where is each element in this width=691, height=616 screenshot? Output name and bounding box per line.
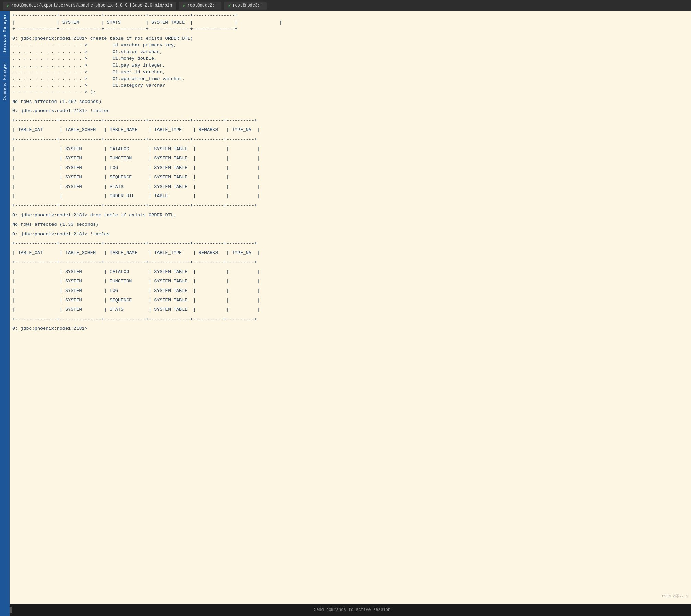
tables-cmd-2: 0: jdbc:phoenix:node1:2181> !tables xyxy=(10,229,691,239)
table1-row-3: | | SYSTEM | LOG | SYSTEM TABLE | | | xyxy=(10,163,691,173)
tab-node2[interactable]: ✔ root@node2:~ xyxy=(179,2,221,10)
table1-divider-top: +---------------+---------------+-------… xyxy=(10,116,691,126)
tab-node1[interactable]: ✔ root@node1:/export/servers/apache-phoe… xyxy=(3,2,176,10)
tab-node3[interactable]: ✔ root@node3:~ xyxy=(224,2,267,10)
send-commands-placeholder[interactable]: Send commands to active session xyxy=(17,607,687,612)
table2-divider-bottom: +---------------+---------------+-------… xyxy=(10,315,691,324)
table1-row-1: | | SYSTEM | CATALOG | SYSTEM TABLE | | … xyxy=(10,144,691,154)
no-rows-1: No rows affected (1.462 seconds) xyxy=(10,97,691,107)
watermark: CSDN @不-2.2 xyxy=(662,594,688,599)
table2-row-4: | | SYSTEM | SEQUENCE | SYSTEM TABLE | |… xyxy=(10,296,691,305)
check-icon-node3: ✔ xyxy=(228,3,231,8)
check-icon-node2: ✔ xyxy=(183,3,185,8)
table1-divider-bottom: +---------------+---------------+-------… xyxy=(10,201,691,211)
table1-header: | TABLE_CAT | TABLE_SCHEM | TABLE_NAME |… xyxy=(10,125,691,135)
terminal: +---------------+---------------+-------… xyxy=(10,11,691,333)
command-manager-label[interactable]: Command Manager xyxy=(3,59,7,103)
table2-row-5: | | SYSTEM | STATS | SYSTEM TABLE | | | xyxy=(10,305,691,315)
check-icon-node1: ✔ xyxy=(7,3,9,8)
left-sidebar: Session Manager Command Manager xyxy=(0,11,10,616)
table2-header: | TABLE_CAT | TABLE_SCHEM | TABLE_NAME |… xyxy=(10,248,691,258)
tab-node3-label: root@node3:~ xyxy=(233,3,262,8)
session-manager-label[interactable]: Session Manager xyxy=(3,11,7,56)
tab-node1-label: root@node1:/export/servers/apache-phoeni… xyxy=(11,3,172,8)
table2-row-3: | | SYSTEM | LOG | SYSTEM TABLE | | | xyxy=(10,286,691,296)
sidebar-divider xyxy=(0,57,10,57)
table1-row-5: | | SYSTEM | STATS | SYSTEM TABLE | | | xyxy=(10,182,691,192)
main-content: +---------------+---------------+-------… xyxy=(10,11,691,616)
table2-row-1: | | SYSTEM | CATALOG | SYSTEM TABLE | | … xyxy=(10,267,691,277)
bottom-bar: × Send commands to active session xyxy=(0,604,691,616)
tables-cmd-1: 0: jdbc:phoenix:node1:2181> !tables xyxy=(10,106,691,116)
pre-table-top: +---------------+---------------+-------… xyxy=(10,11,691,34)
no-rows-2: No rows affected (1.33 seconds) xyxy=(10,220,691,229)
table1-row-2: | | SYSTEM | FUNCTION | SYSTEM TABLE | |… xyxy=(10,154,691,163)
title-bar: ✔ root@node1:/export/servers/apache-phoe… xyxy=(0,0,691,11)
table2-divider-top: +---------------+---------------+-------… xyxy=(10,239,691,248)
table1-row-6: | | | ORDER_DTL | TABLE | | | xyxy=(10,191,691,201)
table2-row-2: | | SYSTEM | FUNCTION | SYSTEM TABLE | |… xyxy=(10,276,691,286)
table1-header-divider: +---------------+---------------+-------… xyxy=(10,135,691,144)
table2-header-divider: +---------------+---------------+-------… xyxy=(10,258,691,267)
final-prompt: 0: jdbc:phoenix:node1:2181> xyxy=(10,324,691,333)
table1-row-4: | | SYSTEM | SEQUENCE | SYSTEM TABLE | |… xyxy=(10,173,691,182)
drop-stmt: 0: jdbc:phoenix:node1:2181> drop table i… xyxy=(10,211,691,220)
create-table-stmt: 0: jdbc:phoenix:node1:2181> create table… xyxy=(10,34,691,97)
tab-node2-label: root@node2:~ xyxy=(188,3,217,8)
